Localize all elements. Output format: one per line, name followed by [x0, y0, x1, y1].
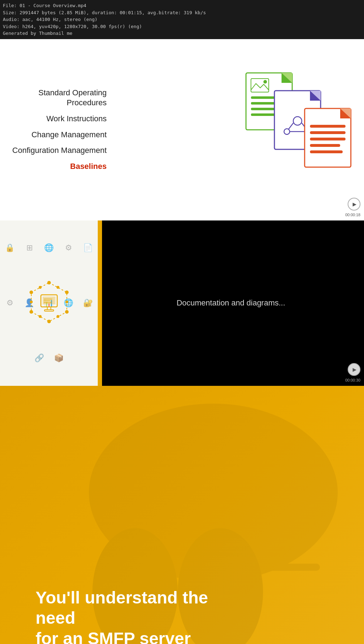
timestamp-2: 00:00:30: [345, 378, 360, 382]
video-caption: Documentation and diagrams...: [170, 291, 293, 315]
heading-line2: for an SMFP server: [36, 629, 191, 644]
video-section: 🔒 ⊞ 🌐 ⚙ 📄 ⚙ 👤 📊 🌐 🔐 🔗 📦: [0, 220, 364, 386]
divider-line: [114, 39, 228, 220]
meta-line5: Generated by Thumbnail me: [3, 30, 361, 37]
svg-rect-40: [43, 297, 55, 304]
golden-text-block: You'll understand the need for an SMFP s…: [36, 587, 249, 644]
svg-point-37: [30, 300, 33, 303]
menu-item-change-management: Change Management: [31, 130, 107, 140]
yellow-accent-bar: [98, 220, 102, 386]
icon-box: 📦: [49, 348, 69, 368]
svg-point-35: [57, 315, 59, 318]
menu-item-baselines: Baselines: [70, 161, 107, 172]
golden-heading: You'll understand the need for an SMFP s…: [36, 587, 249, 644]
icon-file: 📄: [78, 238, 98, 258]
icon-gear2: ⚙: [0, 293, 20, 313]
golden-section: You'll understand the need for an SMFP s…: [0, 386, 364, 644]
play-button-1[interactable]: [348, 198, 360, 211]
svg-rect-22: [310, 131, 346, 134]
meta-line1: File: 01 - Course Overview.mp4: [3, 2, 361, 9]
slide-panel-1: Standard OperatingProcedures Work Instru…: [0, 39, 364, 220]
svg-point-33: [57, 286, 59, 289]
icon-lock: 🔒: [0, 238, 20, 258]
heading-line1: You'll understand the need: [36, 588, 208, 628]
play-button-2[interactable]: [348, 363, 360, 376]
svg-point-34: [65, 300, 68, 303]
icon-lock2: 🔐: [78, 293, 98, 313]
slide-left-menu: Standard OperatingProcedures Work Instru…: [0, 39, 114, 220]
svg-point-27: [47, 281, 51, 284]
meta-line4: Video: h264, yuv420p, 1280x720, 30.00 fp…: [3, 23, 361, 30]
meta-line2: Size: 2991447 bytes (2.85 MiB), duration…: [3, 9, 361, 16]
svg-rect-23: [310, 138, 346, 140]
icon-grid: ⊞: [20, 238, 39, 258]
timestamp-1: 00:00:18: [345, 213, 360, 217]
menu-item-work-instructions: Work Instructions: [46, 114, 107, 124]
hex-computer-icon: [26, 280, 72, 326]
svg-rect-42: [44, 310, 54, 311]
meta-line3: Audio: aac, 44100 Hz, stereo (eng): [3, 16, 361, 23]
icon-gear1: ⚙: [59, 238, 78, 258]
video-left-panel: 🔒 ⊞ 🌐 ⚙ 📄 ⚙ 👤 📊 🌐 🔐 🔗 📦: [0, 220, 98, 386]
menu-item-config-management: Configuration Management: [12, 145, 107, 156]
svg-point-38: [39, 286, 42, 289]
svg-point-31: [30, 310, 33, 314]
svg-point-32: [30, 291, 33, 294]
documents-illustration: [235, 62, 356, 197]
svg-rect-25: [310, 150, 343, 153]
video-right-panel[interactable]: Documentation and diagrams... 00:00:30: [98, 220, 364, 386]
icon-connect: 🔗: [30, 348, 49, 368]
svg-point-36: [39, 315, 42, 318]
menu-item-sop: Standard OperatingProcedures: [38, 88, 107, 108]
svg-point-30: [47, 320, 51, 323]
svg-point-28: [65, 291, 69, 294]
svg-point-4: [263, 80, 267, 84]
svg-rect-24: [310, 144, 340, 147]
metadata-bar: File: 01 - Course Overview.mp4 Size: 299…: [0, 0, 364, 39]
slide-right-illustration: 00:00:18: [228, 39, 364, 220]
orange-doc: [305, 108, 351, 167]
svg-rect-21: [310, 125, 346, 128]
svg-point-29: [65, 310, 69, 314]
hex-center: [26, 280, 72, 326]
icon-globe: 🌐: [39, 238, 59, 258]
